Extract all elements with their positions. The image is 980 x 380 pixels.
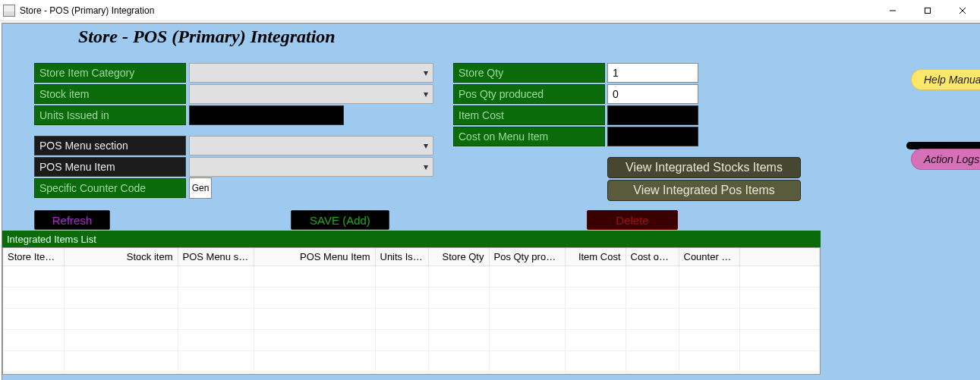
label-store-qty: Store Qty xyxy=(453,63,605,83)
window-titlebar: Store - POS (Primary) Integration xyxy=(0,0,980,21)
col-stock-item[interactable]: Stock item xyxy=(64,248,178,266)
input-pos-qty-produced[interactable]: 0 xyxy=(607,84,698,104)
table-row[interactable] xyxy=(3,309,820,330)
label-pos-menu-section: POS Menu section xyxy=(34,136,186,155)
page-title: Store - POS (Primary) Integration xyxy=(78,27,336,47)
chevron-down-icon: ▾ xyxy=(424,162,428,172)
value-units-issued-in xyxy=(189,105,344,125)
label-item-cost: Item Cost xyxy=(453,105,605,125)
table-header-row: Store Ite… Stock item POS Menu se… POS M… xyxy=(3,248,820,266)
table-row[interactable] xyxy=(3,351,820,372)
value-item-cost xyxy=(607,105,698,125)
action-logs-label: Action Logs xyxy=(924,153,979,165)
app-icon xyxy=(3,5,15,17)
col-counter-code[interactable]: Counter … xyxy=(679,248,739,266)
label-units-issued-in: Units Issued in xyxy=(34,105,186,125)
help-manual-label: Help Manua xyxy=(924,74,980,86)
integrated-items-table: Store Ite… Stock item POS Menu se… POS M… xyxy=(3,248,820,372)
chevron-down-icon: ▾ xyxy=(424,140,428,151)
chevron-down-icon: ▾ xyxy=(424,89,428,99)
chevron-down-icon: ▾ xyxy=(424,68,428,78)
table-row[interactable] xyxy=(3,330,820,351)
label-stock-item: Stock item xyxy=(34,84,186,104)
col-units-issued[interactable]: Units Issu… xyxy=(375,248,428,266)
window-minimize-button[interactable] xyxy=(875,0,910,20)
integrated-items-list-header: Integrated Items List xyxy=(2,231,821,247)
label-pos-qty-produced: Pos Qty produced xyxy=(453,84,605,104)
save-add-button[interactable]: SAVE (Add) xyxy=(291,210,389,230)
refresh-button[interactable]: Refresh xyxy=(34,210,110,230)
generate-counter-code-button[interactable]: Gen xyxy=(189,177,212,199)
label-store-item-category: Store Item Category xyxy=(34,63,186,83)
view-integrated-pos-label: View Integrated Pos Items xyxy=(633,184,774,197)
client-area: Store - POS (Primary) Integration Store … xyxy=(2,23,980,380)
combo-store-item-category[interactable]: ▾ xyxy=(189,63,433,83)
col-item-cost[interactable]: Item Cost xyxy=(565,248,625,266)
label-specific-counter-code: Specific Counter Code xyxy=(34,178,186,198)
window-close-button[interactable] xyxy=(945,0,980,20)
integrated-items-grid[interactable]: Store Ite… Stock item POS Menu se… POS M… xyxy=(2,247,821,375)
label-pos-menu-item: POS Menu Item xyxy=(34,157,186,177)
value-cost-on-menu-item xyxy=(607,127,698,146)
view-integrated-pos-button[interactable]: View Integrated Pos Items xyxy=(607,180,801,201)
input-store-qty[interactable]: 1 xyxy=(607,63,698,83)
col-pos-menu-section[interactable]: POS Menu se… xyxy=(178,248,254,266)
col-pos-qty-produced[interactable]: Pos Qty pro… xyxy=(489,248,565,266)
col-store-item-category[interactable]: Store Ite… xyxy=(3,248,64,266)
col-spacer xyxy=(739,248,820,266)
table-row[interactable] xyxy=(3,287,820,309)
col-cost-on-menu[interactable]: Cost on … xyxy=(625,248,679,266)
action-logs-button[interactable]: Action Logs xyxy=(911,149,980,170)
save-add-button-label: SAVE (Add) xyxy=(310,214,370,227)
delete-button-label: Delete xyxy=(616,214,648,227)
col-pos-menu-item[interactable]: POS Menu Item xyxy=(254,248,375,266)
help-manual-button[interactable]: Help Manua xyxy=(911,69,980,90)
svg-rect-1 xyxy=(925,8,931,13)
window-title: Store - POS (Primary) Integration xyxy=(20,5,154,16)
view-integrated-stocks-label: View Integrated Stocks Items xyxy=(625,161,783,174)
combo-pos-menu-item[interactable]: ▾ xyxy=(189,157,433,177)
refresh-button-label: Refresh xyxy=(52,214,93,227)
combo-stock-item[interactable]: ▾ xyxy=(189,84,433,104)
combo-pos-menu-section[interactable]: ▾ xyxy=(189,136,433,155)
label-cost-on-menu-item: Cost on Menu Item xyxy=(453,127,605,146)
view-integrated-stocks-button[interactable]: View Integrated Stocks Items xyxy=(607,157,801,178)
window-maximize-button[interactable] xyxy=(910,0,945,20)
delete-button[interactable]: Delete xyxy=(587,210,678,230)
table-row[interactable] xyxy=(3,266,820,287)
col-store-qty[interactable]: Store Qty xyxy=(428,248,489,266)
